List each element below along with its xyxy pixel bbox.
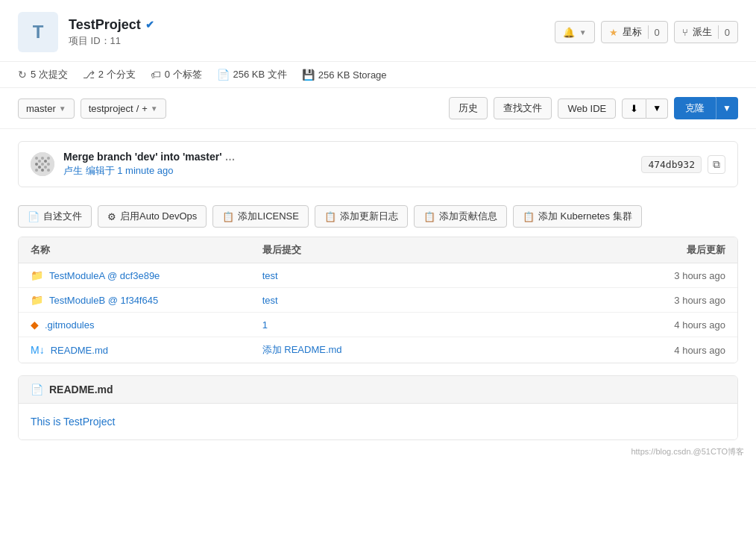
fork-button[interactable]: ⑂ 派生 0 bbox=[674, 21, 738, 43]
svg-point-3 bbox=[47, 157, 50, 160]
stat-branches[interactable]: ⎇ 2 个分支 bbox=[83, 68, 136, 81]
contributing-label: 添加贡献信息 bbox=[439, 210, 497, 223]
branches-icon: ⎇ bbox=[83, 69, 95, 81]
folder-icon: 📁 bbox=[31, 294, 43, 306]
svg-point-6 bbox=[47, 163, 50, 166]
fork-icon: ⑂ bbox=[682, 27, 688, 38]
license-action-button[interactable]: 📋 添加LICENSE bbox=[212, 205, 309, 228]
file-link[interactable]: TestModuleB @ 1f34f645 bbox=[49, 295, 158, 306]
webide-button[interactable]: Web IDE bbox=[558, 98, 616, 119]
commit-right: 474db932 ⧉ bbox=[641, 155, 725, 174]
clone-button[interactable]: 克隆 bbox=[674, 97, 716, 119]
download-button-group: ⬇ ▼ bbox=[622, 98, 668, 119]
commit-edited-label: 编辑于 bbox=[86, 165, 115, 176]
readme-file-icon: 📄 bbox=[31, 384, 43, 395]
toolbar-left: master ▼ testproject / + ▼ bbox=[18, 98, 166, 119]
license-label: 添加LICENSE bbox=[238, 210, 299, 223]
table-row: 📁 TestModuleA @ dcf3e89e test 3 hours ag… bbox=[19, 263, 737, 288]
commit-author[interactable]: 卢生 bbox=[63, 165, 83, 176]
commit-hash[interactable]: 474db932 bbox=[641, 156, 702, 173]
svg-point-10 bbox=[38, 160, 41, 163]
verified-icon: ✔ bbox=[145, 19, 154, 31]
project-header-left: T TestProject ✔ 项目 ID：11 bbox=[18, 12, 154, 52]
storage-value: 256 KB Storage bbox=[318, 69, 387, 81]
file-time-cell: 4 hours ago bbox=[494, 345, 725, 356]
file-time-cell: 3 hours ago bbox=[494, 270, 725, 281]
file-link[interactable]: .gitmodules bbox=[45, 319, 94, 331]
avatar-pattern bbox=[31, 152, 54, 176]
contributing-action-button[interactable]: 📋 添加贡献信息 bbox=[414, 205, 507, 228]
file-link[interactable]: TestModuleA @ dcf3e89e bbox=[49, 270, 160, 281]
commit-bar: Merge branch 'dev' into 'master' … 卢生 编辑… bbox=[18, 141, 738, 187]
commits-value: 5 次提交 bbox=[31, 68, 68, 81]
file-commit-cell[interactable]: test bbox=[262, 295, 494, 306]
btn-divider2 bbox=[718, 25, 719, 39]
add-path-button[interactable]: + bbox=[142, 103, 148, 114]
branch-selector[interactable]: master ▼ bbox=[18, 98, 75, 119]
svg-point-9 bbox=[47, 169, 50, 172]
star-button[interactable]: ★ 星标 0 bbox=[601, 21, 668, 43]
path-separator: / bbox=[136, 103, 139, 114]
kubernetes-action-button[interactable]: 📋 添加 Kubernetes 集群 bbox=[513, 205, 642, 228]
folder-icon: 📁 bbox=[31, 269, 43, 281]
file-table-header: 名称 最后提交 最后更新 bbox=[19, 237, 737, 263]
find-file-button[interactable]: 查找文件 bbox=[494, 97, 552, 119]
project-title-row: TestProject ✔ bbox=[69, 17, 154, 33]
copy-icon[interactable]: ⧉ bbox=[708, 155, 725, 174]
download-button[interactable]: ⬇ bbox=[622, 98, 646, 119]
svg-point-2 bbox=[41, 157, 44, 160]
commits-icon: ↻ bbox=[18, 69, 27, 81]
tags-value: 0 个标签 bbox=[165, 68, 202, 81]
notification-button[interactable]: 🔔 ▼ bbox=[555, 21, 595, 43]
project-header-right: 🔔 ▼ ★ 星标 0 ⑂ 派生 0 bbox=[555, 21, 738, 43]
kubernetes-label: 添加 Kubernetes 集群 bbox=[538, 210, 632, 223]
svg-point-1 bbox=[35, 157, 38, 160]
branch-name: master bbox=[26, 103, 56, 114]
fork-label: 派生 bbox=[693, 25, 712, 39]
chevron-down-icon: ▼ bbox=[579, 28, 587, 37]
col-name-header: 名称 bbox=[31, 243, 262, 257]
svg-point-7 bbox=[35, 169, 38, 172]
file-name-cell: 📁 TestModuleA @ dcf3e89e bbox=[31, 269, 262, 281]
stat-commits[interactable]: ↻ 5 次提交 bbox=[18, 68, 68, 81]
stat-tags[interactable]: 🏷 0 个标签 bbox=[151, 68, 202, 81]
stats-bar: ↻ 5 次提交 ⎇ 2 个分支 🏷 0 个标签 📄 256 KB 文件 💾 25… bbox=[0, 61, 756, 88]
commit-meta: 卢生 编辑于 1 minute ago bbox=[63, 164, 235, 178]
commit-time: 1 minute ago bbox=[117, 165, 173, 176]
svg-point-8 bbox=[41, 169, 44, 172]
commit-message[interactable]: Merge branch 'dev' into 'master' … bbox=[63, 151, 235, 163]
table-row: 📁 TestModuleB @ 1f34f645 test 3 hours ag… bbox=[19, 288, 737, 313]
changelog-label: 添加更新日志 bbox=[340, 210, 398, 223]
history-button[interactable]: 历史 bbox=[449, 97, 488, 119]
svg-point-4 bbox=[35, 163, 38, 166]
file-link[interactable]: README.md bbox=[51, 345, 108, 356]
tags-icon: 🏷 bbox=[151, 69, 161, 81]
svg-point-5 bbox=[41, 163, 44, 166]
file-name-cell: ◆ .gitmodules bbox=[31, 319, 262, 331]
table-row: M↓ README.md 添加 README.md 4 hours ago bbox=[19, 337, 737, 363]
readme-header: 📄 README.md bbox=[19, 376, 737, 404]
path-name[interactable]: testproject bbox=[89, 103, 133, 114]
project-header: T TestProject ✔ 项目 ID：11 🔔 ▼ ★ 星标 0 bbox=[0, 0, 756, 61]
autodevops-action-button[interactable]: ⚙ 启用Auto DevOps bbox=[98, 205, 207, 228]
file-commit-cell[interactable]: 添加 README.md bbox=[262, 343, 494, 357]
download-dropdown-button[interactable]: ▼ bbox=[646, 98, 668, 119]
svg-point-13 bbox=[44, 166, 47, 169]
file-commit-cell[interactable]: test bbox=[262, 270, 494, 281]
license-icon: 📋 bbox=[222, 211, 234, 222]
changelog-action-button[interactable]: 📋 添加更新日志 bbox=[315, 205, 408, 228]
commit-more-icon[interactable]: … bbox=[224, 151, 235, 163]
file-special-icon: ◆ bbox=[31, 319, 39, 331]
project-info: TestProject ✔ 项目 ID：11 bbox=[69, 17, 154, 48]
file-time-cell: 3 hours ago bbox=[494, 295, 725, 306]
autodevops-label: 启用Auto DevOps bbox=[120, 210, 197, 223]
file-commit-cell[interactable]: 1 bbox=[262, 319, 494, 331]
readme-action-button[interactable]: 📄 自述文件 bbox=[18, 205, 92, 228]
readme-body: This is TestProject bbox=[19, 404, 737, 439]
markdown-icon: M↓ bbox=[31, 344, 45, 356]
project-id: 项目 ID：11 bbox=[69, 34, 154, 48]
readme-content: This is TestProject bbox=[31, 416, 725, 428]
clone-dropdown-button[interactable]: ▼ bbox=[716, 97, 738, 119]
changelog-icon: 📋 bbox=[324, 211, 336, 222]
storage-icon: 💾 bbox=[302, 69, 315, 81]
